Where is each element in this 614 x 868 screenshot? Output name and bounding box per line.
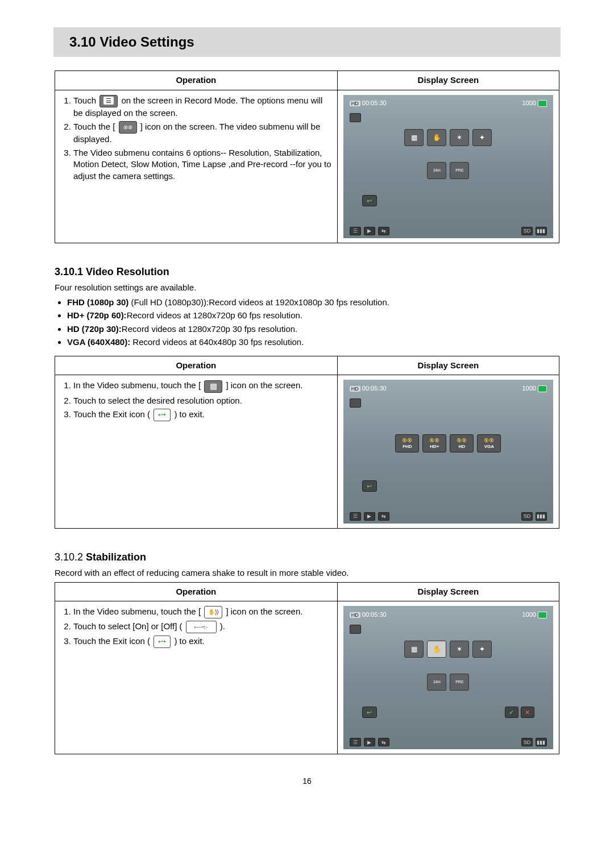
rec-time: 00:05:30 bbox=[362, 611, 387, 618]
res-step-1: In the Video submenu, touch the [ ] icon… bbox=[73, 380, 331, 392]
header-display-screen: Display Screen bbox=[337, 356, 559, 375]
mode-bar-icon[interactable]: ⇆ bbox=[378, 227, 389, 235]
bullet-vga: VGA (640X480): Record videos at 640x480p… bbox=[67, 337, 559, 348]
page-number: 16 bbox=[55, 776, 559, 787]
res-step-2: Touch to select the desired resolution o… bbox=[73, 395, 331, 406]
resolution-indicator-icon bbox=[350, 398, 361, 408]
on-off-toggle-icon bbox=[186, 621, 217, 633]
cancel-icon[interactable] bbox=[521, 707, 534, 718]
exit-icon[interactable] bbox=[362, 195, 377, 206]
exit-step-icon bbox=[154, 409, 171, 421]
step-1: Touch on the screen in Record Mode. The … bbox=[73, 95, 331, 119]
stab-step-1: In the Video submenu, touch the [ ] icon… bbox=[73, 606, 331, 618]
play-bar-icon[interactable]: ▶ bbox=[364, 227, 375, 235]
res-option-fhd[interactable]: ⦿⦿FHD bbox=[395, 434, 419, 452]
menu-icon bbox=[99, 95, 118, 107]
exit-icon[interactable] bbox=[362, 480, 377, 492]
stabilization-intro: Record with an effect of reducing camera… bbox=[55, 567, 559, 579]
video-settings-table: Operation Display Screen Touch on the sc… bbox=[55, 70, 559, 243]
hd-badge: HD bbox=[350, 101, 360, 106]
stabilization-step-icon bbox=[204, 606, 222, 618]
play-bar-icon[interactable]: ▶ bbox=[364, 512, 375, 521]
stab-step-3: Touch the Exit icon ( ) to exit. bbox=[73, 636, 331, 648]
resolution-intro: Four resolution settings are available. bbox=[55, 282, 559, 293]
header-display-screen: Display Screen bbox=[337, 71, 559, 90]
sd-badge: SD bbox=[521, 227, 533, 235]
menu-bar-icon[interactable]: ☰ bbox=[350, 738, 361, 746]
resolution-operation-cell: In the Video submenu, touch the [ ] icon… bbox=[55, 375, 338, 528]
photo-icon bbox=[538, 612, 547, 618]
battery-icon: ▮▮▮ bbox=[536, 512, 547, 521]
header-operation: Operation bbox=[55, 583, 338, 601]
res-step-3: Touch the Exit icon ( ) to exit. bbox=[73, 409, 331, 421]
motion-detect-icon[interactable]: ✶ bbox=[450, 641, 469, 658]
section-title: 3.10 Video Settings bbox=[69, 33, 557, 51]
camera-screen-stabilization: HD00:05:30 1000 ▦ ✋ ✶ ✦ 24H PRE bbox=[343, 606, 553, 749]
photo-icon bbox=[538, 100, 547, 107]
resolution-table: Operation Display Screen In the Video su… bbox=[55, 356, 559, 528]
stabilization-operation-cell: In the Video submenu, touch the [ ] icon… bbox=[55, 601, 338, 754]
section-title-band: 3.10 Video Settings bbox=[53, 27, 561, 57]
video-settings-operation-cell: Touch on the screen in Record Mode. The … bbox=[55, 90, 338, 243]
play-bar-icon[interactable]: ▶ bbox=[364, 738, 375, 746]
stabilization-icon[interactable]: ✋ bbox=[427, 129, 446, 146]
sd-badge: SD bbox=[521, 512, 533, 521]
resolution-heading: 3.10.1 Video Resolution bbox=[55, 265, 559, 279]
time-lapse-icon[interactable]: 24H bbox=[427, 674, 446, 691]
resolution-icon[interactable]: ▦ bbox=[404, 129, 424, 146]
camera-screen-submenu: HD00:05:30 1000 ▦ ✋ ✶ ✦ 24H PRE ☰ bbox=[343, 95, 553, 238]
step-3: The Video submenu contains 6 options-- R… bbox=[73, 147, 331, 182]
exit-icon[interactable] bbox=[362, 707, 377, 718]
header-display-screen: Display Screen bbox=[337, 583, 559, 601]
mode-bar-icon[interactable]: ⇆ bbox=[378, 738, 389, 746]
motion-detect-icon[interactable]: ✶ bbox=[450, 129, 469, 146]
exit-step-icon bbox=[154, 636, 171, 648]
pre-record-icon[interactable]: PRE bbox=[450, 162, 469, 179]
photo-counter: 1000 bbox=[522, 385, 536, 392]
stab-step-2: Touch to select [On] or [Off] ( ). bbox=[73, 621, 331, 633]
resolution-icon[interactable]: ▦ bbox=[404, 641, 424, 658]
battery-icon: ▮▮▮ bbox=[536, 738, 547, 746]
top-left-chip-icon bbox=[350, 625, 361, 634]
pre-record-icon[interactable]: PRE bbox=[450, 674, 469, 691]
bullet-hdplus: HD+ (720p 60):Record videos at 1280x720p… bbox=[67, 310, 559, 321]
stabilization-table: Operation Display Screen In the Video su… bbox=[55, 582, 559, 754]
res-option-hd[interactable]: ⦿⦿HD bbox=[450, 434, 474, 452]
header-operation: Operation bbox=[55, 71, 338, 90]
bullet-hd: HD (720p 30):Record videos at 1280x720p … bbox=[67, 323, 559, 335]
photo-counter: 1000 bbox=[522, 99, 536, 106]
resolution-step-icon bbox=[204, 380, 222, 393]
hd-badge: HD bbox=[350, 612, 360, 618]
hd-badge: HD bbox=[350, 386, 360, 392]
top-left-chip-icon bbox=[350, 113, 361, 122]
time-lapse-icon[interactable]: 24H bbox=[427, 162, 446, 179]
stabilization-icon[interactable]: ✋ bbox=[427, 641, 446, 658]
confirm-icon[interactable] bbox=[505, 707, 518, 718]
video-submenu-icon bbox=[119, 121, 137, 134]
rec-time: 00:05:30 bbox=[362, 99, 387, 106]
stabilization-heading: 3.10.2 Stabilization bbox=[55, 550, 559, 564]
battery-icon: ▮▮▮ bbox=[536, 227, 547, 235]
header-operation: Operation bbox=[55, 356, 338, 375]
video-settings-display-cell: HD00:05:30 1000 ▦ ✋ ✶ ✦ 24H PRE ☰ bbox=[337, 90, 559, 243]
stabilization-display-cell: HD00:05:30 1000 ▦ ✋ ✶ ✦ 24H PRE bbox=[337, 601, 559, 754]
bullet-fhd: FHD (1080p 30) (Full HD (1080p30)):Recor… bbox=[67, 297, 559, 308]
rec-time: 00:05:30 bbox=[362, 385, 387, 392]
mode-bar-icon[interactable]: ⇆ bbox=[378, 512, 389, 521]
resolution-bullets: FHD (1080p 30) (Full HD (1080p30)):Recor… bbox=[55, 297, 559, 348]
sd-badge: SD bbox=[521, 738, 533, 746]
menu-bar-icon[interactable]: ☰ bbox=[350, 227, 361, 235]
slow-motion-icon[interactable]: ✦ bbox=[472, 641, 492, 658]
menu-bar-icon[interactable]: ☰ bbox=[350, 512, 361, 521]
res-option-hdplus[interactable]: ⦿⦿HD+ bbox=[422, 434, 446, 452]
step-2: Touch the [ ] icon on the screen. The vi… bbox=[73, 121, 331, 145]
photo-icon bbox=[538, 385, 547, 392]
resolution-display-cell: HD00:05:30 1000 ⦿⦿FHD ⦿⦿HD+ ⦿⦿HD ⦿⦿VGA ☰… bbox=[337, 375, 559, 528]
res-option-vga[interactable]: ⦿⦿VGA bbox=[477, 434, 501, 452]
camera-screen-resolution: HD00:05:30 1000 ⦿⦿FHD ⦿⦿HD+ ⦿⦿HD ⦿⦿VGA ☰… bbox=[343, 380, 553, 523]
slow-motion-icon[interactable]: ✦ bbox=[472, 129, 492, 146]
photo-counter: 1000 bbox=[522, 611, 536, 618]
